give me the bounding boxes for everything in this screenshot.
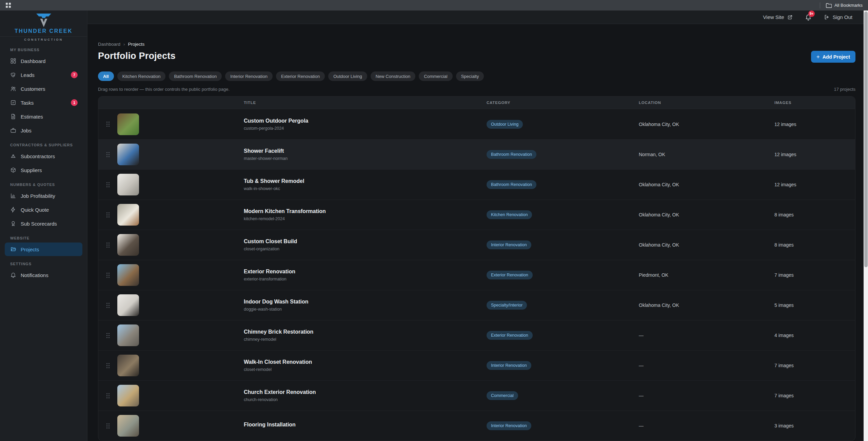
category-badge: Interior Renovation [487, 361, 531, 370]
sidebar-item-leads[interactable]: Leads 7 [5, 68, 82, 82]
project-thumbnail [117, 294, 139, 316]
sidebar-item-notifications[interactable]: Notifications [5, 268, 82, 282]
project-title: Tub & Shower Remodel [244, 178, 487, 184]
sidebar-item-label: Subcontractors [21, 153, 55, 159]
category-badge: Bathroom Renovation [487, 180, 536, 189]
drag-handle-icon[interactable] [98, 333, 117, 338]
drag-handle-icon[interactable] [98, 393, 117, 399]
scrollbar-thumb[interactable] [864, 12, 868, 267]
drag-handle-icon[interactable] [98, 302, 117, 308]
sidebar-item-tasks[interactable]: Tasks 1 [5, 96, 82, 109]
sidebar-item-subcontractors[interactable]: Subcontractors [5, 149, 82, 163]
sidebar-item-jobs[interactable]: Jobs [5, 124, 82, 137]
project-slug: walk-in-shower-okc [244, 186, 487, 191]
table-row[interactable]: Tub & Shower Remodel walk-in-shower-okc … [98, 169, 855, 200]
table-row[interactable]: Walk-In Closet Renovation closet-remodel… [98, 350, 855, 380]
drag-handle-icon[interactable] [98, 242, 117, 248]
category-badge: Exterior Renovation [487, 331, 533, 340]
table-row[interactable]: Modern Kitchen Transformation kitchen-re… [98, 200, 855, 230]
sign-out-button[interactable]: Sign Out [824, 14, 852, 20]
filter-chip-specialty[interactable]: Specialty [456, 71, 484, 81]
sidebar-item-label: Quick Quote [21, 207, 49, 213]
sidebar-item-estimates[interactable]: Estimates [5, 110, 82, 123]
project-thumbnail [117, 204, 139, 226]
table-row[interactable]: Church Exterior Renovation church-renova… [98, 380, 855, 411]
filter-chip-outdoor-living[interactable]: Outdoor Living [328, 71, 367, 81]
filter-chip-interior-renovation[interactable]: Interior Renovation [225, 71, 273, 81]
table-row[interactable]: Shower Facelift master-shower-norman Bat… [98, 139, 855, 169]
column-header-title: TITLE [244, 101, 487, 105]
drag-handle-icon[interactable] [98, 212, 117, 218]
project-location: Oklahoma City, OK [639, 212, 774, 217]
project-image-count: 3 images [774, 423, 855, 428]
users-icon [10, 86, 16, 92]
project-image-count: 7 images [774, 272, 855, 278]
filter-chip-commercial[interactable]: Commercial [419, 71, 452, 81]
sidebar-item-job-profitability[interactable]: Job Profitability [5, 189, 82, 203]
drag-handle-icon[interactable] [98, 272, 117, 278]
project-slug: exterior-transformation [244, 277, 487, 281]
notifications-bell-button[interactable]: 9+ [805, 14, 812, 21]
category-badge: Outdoor Living [487, 120, 523, 129]
filter-chip-all[interactable]: All [98, 71, 114, 81]
project-location: — [639, 333, 774, 338]
brand-name: THUNDER CREEK [15, 28, 73, 34]
filter-chip-bathroom-renovation[interactable]: Bathroom Renovation [169, 71, 222, 81]
project-image-count: 8 images [774, 212, 855, 217]
apps-grid-icon[interactable] [5, 2, 11, 8]
project-title: Custom Closet Build [244, 238, 487, 245]
project-location: — [639, 423, 774, 428]
sidebar-item-label: Sub Scorecards [21, 221, 57, 227]
table-row[interactable]: Custom Outdoor Pergola custom-pergola-20… [98, 109, 855, 139]
dashboard-icon [10, 58, 16, 64]
divider [820, 2, 820, 8]
project-thumbnail [117, 113, 139, 135]
project-location: — [639, 363, 774, 368]
filter-chip-kitchen-renovation[interactable]: Kitchen Renovation [117, 71, 166, 81]
sidebar-item-quick-quote[interactable]: Quick Quote [5, 203, 82, 216]
chart-icon [10, 193, 16, 199]
breadcrumb-dashboard-link[interactable]: Dashboard [98, 42, 120, 47]
briefcase-icon [10, 127, 16, 133]
table-row[interactable]: Exterior Renovation exterior-transformat… [98, 260, 855, 290]
sidebar-item-dashboard[interactable]: Dashboard [5, 54, 82, 68]
project-location: Oklahoma City, OK [639, 122, 774, 127]
category-badge: Interior Renovation [487, 421, 531, 430]
filter-chip-exterior-renovation[interactable]: Exterior Renovation [276, 71, 325, 81]
page-content: Dashboard › Projects Portfolio Projects … [87, 24, 868, 441]
project-image-count: 5 images [774, 302, 855, 308]
table-row[interactable]: Custom Closet Build closet-organization … [98, 230, 855, 260]
table-row[interactable]: Flooring Installation Interior Renovatio… [98, 411, 855, 441]
table-row[interactable]: Indoor Dog Wash Station doggie-wash-stat… [98, 290, 855, 320]
sidebar-item-projects[interactable]: Projects [5, 243, 82, 256]
thunder-creek-logo-icon [36, 13, 52, 27]
drag-handle-icon[interactable] [98, 121, 117, 127]
view-site-link[interactable]: View Site [763, 14, 792, 20]
table-row[interactable]: Chimney Brick Restoration chimney-remode… [98, 320, 855, 350]
breadcrumb-current: Projects [128, 42, 145, 47]
page-scrollbar[interactable] [864, 10, 868, 441]
all-bookmarks-button[interactable]: All Bookmarks [826, 3, 863, 8]
sidebar-item-label: Job Profitability [21, 193, 55, 199]
sidebar-item-sub-scorecards[interactable]: Sub Scorecards [5, 217, 82, 230]
drag-handle-icon[interactable] [98, 182, 117, 188]
sidebar-item-customers[interactable]: Customers [5, 82, 82, 96]
drag-handle-icon[interactable] [98, 363, 117, 369]
table-body: Custom Outdoor Pergola custom-pergola-20… [98, 109, 855, 441]
project-thumbnail [117, 415, 139, 437]
filter-chip-new-construction[interactable]: New Construction [371, 71, 416, 81]
project-image-count: 8 images [774, 242, 855, 248]
sidebar: THUNDER CREEK CONSTRUCTION MY BUSINESS D… [0, 10, 87, 441]
handshake-icon [10, 72, 16, 78]
add-project-button[interactable]: + Add Project [811, 51, 855, 63]
sidebar-item-suppliers[interactable]: Suppliers [5, 163, 82, 177]
brand-subtitle: CONSTRUCTION [0, 38, 87, 41]
project-slug: kitchen-remodel-2024 [244, 216, 487, 221]
project-image-count: 12 images [774, 122, 855, 127]
drag-handle-icon[interactable] [98, 152, 117, 158]
drag-handle-icon[interactable] [98, 423, 117, 429]
hardhat-icon [10, 153, 16, 159]
folder-icon [826, 3, 832, 8]
category-badge: Specialty/Interior [487, 301, 527, 310]
brand-logo[interactable]: THUNDER CREEK [0, 10, 87, 37]
